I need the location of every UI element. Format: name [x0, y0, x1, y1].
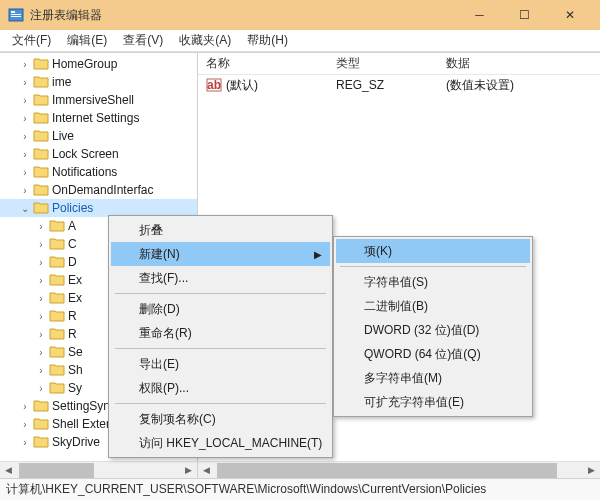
ctx-copy-key-name[interactable]: 复制项名称(C) [111, 407, 330, 431]
folder-icon [33, 417, 49, 431]
ctx-delete[interactable]: 删除(D) [111, 297, 330, 321]
submenu-expandable[interactable]: 可扩充字符串值(E) [336, 390, 530, 414]
tree-item-label: SettingSync [52, 399, 116, 413]
expand-icon[interactable]: › [34, 329, 48, 340]
ctx-separator [115, 403, 326, 404]
value-name-cell: ab (默认) [198, 77, 328, 94]
expand-icon[interactable]: › [18, 131, 32, 142]
col-header-type[interactable]: 类型 [328, 55, 438, 72]
submenu-multi-string[interactable]: 多字符串值(M) [336, 366, 530, 390]
scroll-thumb[interactable] [19, 463, 94, 478]
tree-item[interactable]: ›ImmersiveShell [0, 91, 197, 109]
expand-icon[interactable]: › [34, 347, 48, 358]
col-header-name[interactable]: 名称 [198, 55, 328, 72]
close-button[interactable]: ✕ [547, 0, 592, 30]
value-name: (默认) [226, 77, 258, 94]
ctx-rename[interactable]: 重命名(R) [111, 321, 330, 345]
tree-item[interactable]: ›HomeGroup [0, 55, 197, 73]
scroll-right-icon[interactable]: ▶ [583, 462, 600, 479]
expand-icon[interactable]: › [34, 221, 48, 232]
list-row[interactable]: ab (默认) REG_SZ (数值未设置) [198, 75, 600, 95]
folder-icon [49, 219, 65, 233]
tree-item-label: C [68, 237, 77, 251]
tree-item[interactable]: ›Live [0, 127, 197, 145]
expand-icon[interactable]: › [18, 185, 32, 196]
maximize-button[interactable]: ☐ [502, 0, 547, 30]
menu-edit[interactable]: 编辑(E) [59, 30, 115, 51]
statusbar-path: 计算机\HKEY_CURRENT_USER\SOFTWARE\Microsoft… [6, 481, 486, 498]
folder-icon [33, 399, 49, 413]
expand-icon[interactable]: › [34, 257, 48, 268]
expand-icon[interactable]: › [18, 167, 32, 178]
submenu-key[interactable]: 项(K) [336, 239, 530, 263]
scroll-left-icon[interactable]: ◀ [198, 462, 215, 479]
tree-item-label: Se [68, 345, 83, 359]
tree-item[interactable]: ›Internet Settings [0, 109, 197, 127]
folder-icon [33, 201, 49, 215]
window-controls: ─ ☐ ✕ [457, 0, 592, 30]
submenu-string[interactable]: 字符串值(S) [336, 270, 530, 294]
expand-icon[interactable]: › [34, 239, 48, 250]
collapse-icon[interactable]: ⌄ [18, 203, 32, 214]
folder-icon [33, 75, 49, 89]
ctx-export[interactable]: 导出(E) [111, 352, 330, 376]
minimize-button[interactable]: ─ [457, 0, 502, 30]
expand-icon[interactable]: › [18, 95, 32, 106]
scroll-track[interactable] [17, 462, 180, 479]
expand-icon[interactable]: › [18, 77, 32, 88]
tree-item[interactable]: ›ime [0, 73, 197, 91]
ctx-find[interactable]: 查找(F)... [111, 266, 330, 290]
folder-icon [33, 183, 49, 197]
scroll-track[interactable] [215, 462, 583, 479]
expand-icon[interactable]: › [34, 383, 48, 394]
tree-item-label: Policies [52, 201, 93, 215]
context-menu: 折叠 新建(N) ▶ 查找(F)... 删除(D) 重命名(R) 导出(E) 权… [108, 215, 333, 458]
expand-icon[interactable]: › [34, 275, 48, 286]
tree-item-label: HomeGroup [52, 57, 117, 71]
string-value-icon: ab [206, 77, 222, 93]
context-submenu-new: 项(K) 字符串值(S) 二进制值(B) DWORD (32 位)值(D) QW… [333, 236, 533, 417]
submenu-arrow-icon: ▶ [314, 249, 322, 260]
expand-icon[interactable]: › [18, 401, 32, 412]
menu-file[interactable]: 文件(F) [4, 30, 59, 51]
folder-icon [33, 57, 49, 71]
tree-item[interactable]: ›Lock Screen [0, 145, 197, 163]
expand-icon[interactable]: › [18, 113, 32, 124]
expand-icon[interactable]: › [18, 437, 32, 448]
tree-item[interactable]: ›Notifications [0, 163, 197, 181]
expand-icon[interactable]: › [18, 59, 32, 70]
expand-icon[interactable]: › [34, 365, 48, 376]
tree-item-label: Notifications [52, 165, 117, 179]
ctx-permissions[interactable]: 权限(P)... [111, 376, 330, 400]
list-scrollbar-h[interactable]: ◀ ▶ [198, 461, 600, 478]
submenu-dword[interactable]: DWORD (32 位)值(D) [336, 318, 530, 342]
scroll-right-icon[interactable]: ▶ [180, 462, 197, 479]
list-header: 名称 类型 数据 [198, 53, 600, 75]
expand-icon[interactable]: › [18, 419, 32, 430]
menu-favorites[interactable]: 收藏夹(A) [171, 30, 239, 51]
menu-help[interactable]: 帮助(H) [239, 30, 296, 51]
expand-icon[interactable]: › [34, 293, 48, 304]
tree-item-label: R [68, 309, 77, 323]
expand-icon[interactable]: › [18, 149, 32, 160]
tree-scrollbar-h[interactable]: ◀ ▶ [0, 461, 197, 478]
folder-icon [49, 255, 65, 269]
submenu-binary[interactable]: 二进制值(B) [336, 294, 530, 318]
menu-view[interactable]: 查看(V) [115, 30, 171, 51]
ctx-goto-hklm[interactable]: 访问 HKEY_LOCAL_MACHINE(T) [111, 431, 330, 455]
ctx-collapse[interactable]: 折叠 [111, 218, 330, 242]
svg-text:ab: ab [207, 78, 221, 92]
tree-item[interactable]: ›OnDemandInterfac [0, 181, 197, 199]
value-data: (数值未设置) [438, 77, 600, 94]
tree-item-label: Live [52, 129, 74, 143]
ctx-new[interactable]: 新建(N) ▶ [111, 242, 330, 266]
submenu-qword[interactable]: QWORD (64 位)值(Q) [336, 342, 530, 366]
scroll-left-icon[interactable]: ◀ [0, 462, 17, 479]
col-header-data[interactable]: 数据 [438, 55, 600, 72]
tree-item-label: Sy [68, 381, 82, 395]
expand-icon[interactable]: › [34, 311, 48, 322]
scroll-thumb[interactable] [217, 463, 557, 478]
statusbar: 计算机\HKEY_CURRENT_USER\SOFTWARE\Microsoft… [0, 478, 600, 500]
folder-icon [49, 381, 65, 395]
tree-item-label: ImmersiveShell [52, 93, 134, 107]
